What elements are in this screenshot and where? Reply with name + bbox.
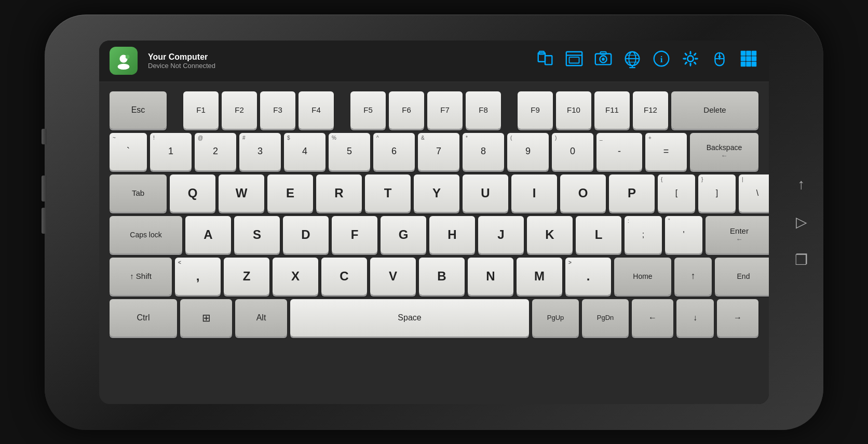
- f2-key[interactable]: F2: [222, 91, 257, 129]
- g-key[interactable]: G: [381, 216, 426, 253]
- info-icon[interactable]: i: [652, 49, 671, 73]
- semicolon-key[interactable]: :;: [625, 216, 662, 253]
- n-key[interactable]: N: [468, 258, 513, 295]
- b-key[interactable]: B: [419, 258, 465, 295]
- equals-key[interactable]: +=: [645, 133, 687, 170]
- enter-key[interactable]: Enter←: [706, 216, 769, 253]
- pgdn-key[interactable]: PgDn: [582, 299, 629, 337]
- 0-key[interactable]: )0: [552, 133, 593, 170]
- s-key[interactable]: S: [234, 216, 280, 253]
- f8-key[interactable]: F8: [466, 91, 501, 129]
- capslock-key[interactable]: Caps lock: [110, 216, 182, 253]
- f4-key[interactable]: F4: [299, 91, 334, 129]
- o-key[interactable]: O: [560, 174, 606, 212]
- 2-key[interactable]: @2: [195, 133, 236, 170]
- f6-key[interactable]: F6: [389, 91, 424, 129]
- u-key[interactable]: U: [463, 174, 508, 212]
- l-key[interactable]: L: [576, 216, 621, 253]
- backslash-key[interactable]: |\: [739, 174, 769, 212]
- 7-key[interactable]: &7: [418, 133, 459, 170]
- minus-key[interactable]: _-: [596, 133, 642, 170]
- down-arrow-key[interactable]: ↓: [676, 299, 714, 337]
- win-key[interactable]: ⊞: [180, 299, 232, 337]
- pgup-key[interactable]: PgUp: [532, 299, 579, 337]
- clipboard-icon[interactable]: [535, 49, 555, 73]
- f-key[interactable]: F: [332, 216, 377, 253]
- 5-key[interactable]: %5: [329, 133, 370, 170]
- quote-key[interactable]: "': [665, 216, 702, 253]
- f5-key[interactable]: F5: [350, 91, 386, 129]
- power-button[interactable]: [42, 129, 47, 144]
- esc-key[interactable]: Esc: [110, 91, 167, 129]
- h-key[interactable]: H: [429, 216, 475, 253]
- globe-icon[interactable]: [622, 49, 642, 73]
- e-key[interactable]: E: [267, 174, 313, 212]
- f1-key[interactable]: F1: [183, 91, 219, 129]
- home-key[interactable]: Home: [614, 258, 671, 295]
- a-key[interactable]: A: [185, 216, 231, 253]
- t-key[interactable]: T: [365, 174, 411, 212]
- q-key[interactable]: Q: [170, 174, 215, 212]
- end-key[interactable]: End: [715, 258, 769, 295]
- tab-key[interactable]: Tab: [110, 174, 167, 212]
- grid-icon[interactable]: [739, 49, 758, 73]
- app-info: Your Computer Device Not Connected: [148, 52, 215, 70]
- up-arrow-key[interactable]: ↑: [674, 258, 712, 295]
- x-key[interactable]: X: [273, 258, 318, 295]
- 3-key[interactable]: #3: [239, 133, 281, 170]
- left-arrow-key[interactable]: ←: [632, 299, 673, 337]
- top-bar: Your Computer Device Not Connected: [99, 41, 769, 82]
- f11-key[interactable]: F11: [594, 91, 630, 129]
- alt-key[interactable]: Alt: [235, 299, 287, 337]
- shift-key[interactable]: ↑ Shift: [110, 258, 172, 295]
- c-key[interactable]: C: [321, 258, 367, 295]
- p-key[interactable]: P: [609, 174, 655, 212]
- y-key[interactable]: Y: [414, 174, 459, 212]
- close-bracket-key[interactable]: }]: [698, 174, 736, 212]
- svg-rect-32: [746, 56, 751, 61]
- copy-button[interactable]: ❐: [795, 251, 808, 268]
- f10-key[interactable]: F10: [556, 91, 591, 129]
- app-icon: [110, 47, 138, 75]
- settings-icon[interactable]: [681, 49, 700, 73]
- bottom-row: Ctrl ⊞ Alt Space PgUp PgDn ← ↓ →: [110, 299, 758, 337]
- comma-less-key[interactable]: <,: [175, 258, 221, 295]
- k-key[interactable]: K: [527, 216, 573, 253]
- open-bracket-key[interactable]: {[: [658, 174, 695, 212]
- 8-key[interactable]: *8: [463, 133, 504, 170]
- backspace-key[interactable]: Backspace←: [690, 133, 758, 170]
- right-arrow-key[interactable]: →: [717, 299, 758, 337]
- svg-rect-34: [741, 62, 746, 67]
- f7-key[interactable]: F7: [427, 91, 463, 129]
- window-icon[interactable]: [564, 49, 584, 73]
- z-key[interactable]: Z: [224, 258, 269, 295]
- i-key[interactable]: I: [511, 174, 557, 212]
- v-key[interactable]: V: [370, 258, 416, 295]
- w-key[interactable]: W: [219, 174, 264, 212]
- 4-key[interactable]: $4: [284, 133, 326, 170]
- f3-key[interactable]: F3: [260, 91, 295, 129]
- 6-key[interactable]: ^6: [373, 133, 415, 170]
- d-key[interactable]: D: [283, 216, 329, 253]
- svg-rect-8: [569, 57, 579, 63]
- 1-key[interactable]: !1: [150, 133, 192, 170]
- period-greater-key[interactable]: >.: [565, 258, 611, 295]
- svg-point-1: [118, 64, 130, 70]
- ctrl-key[interactable]: Ctrl: [110, 299, 177, 337]
- volume-up-button[interactable]: [42, 176, 47, 201]
- forward-button[interactable]: ▷: [796, 213, 807, 231]
- r-key[interactable]: R: [316, 174, 362, 212]
- space-key[interactable]: Space: [290, 299, 529, 337]
- volume-down-button[interactable]: [42, 208, 47, 234]
- svg-rect-35: [746, 62, 751, 67]
- f9-key[interactable]: F9: [518, 91, 553, 129]
- m-key[interactable]: M: [517, 258, 562, 295]
- camera-icon[interactable]: [593, 49, 613, 73]
- mouse-icon[interactable]: [710, 49, 729, 73]
- backtick-key[interactable]: ~`: [110, 133, 147, 170]
- delete-key[interactable]: Delete: [671, 91, 758, 129]
- j-key[interactable]: J: [478, 216, 524, 253]
- 9-key[interactable]: (9: [507, 133, 549, 170]
- scroll-up-button[interactable]: ↑: [798, 176, 805, 193]
- f12-key[interactable]: F12: [633, 91, 668, 129]
